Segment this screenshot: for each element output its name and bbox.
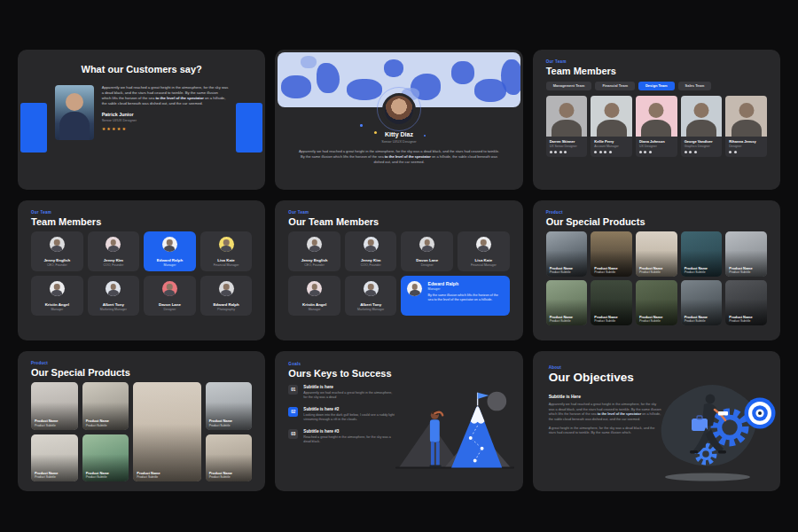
member-description: By the same illusion which lifts the hor… — [427, 293, 503, 303]
flag — [477, 393, 489, 399]
product-card[interactable]: Product NameProduct Subtitle — [681, 231, 723, 277]
product-card[interactable]: Product NameProduct Subtitle — [206, 382, 253, 430]
product-card[interactable]: Product NameProduct Subtitle — [591, 280, 632, 325]
product-card-large[interactable]: Product NameProduct Subtitle — [133, 382, 200, 481]
twitter-icon[interactable] — [564, 151, 567, 153]
member-role: Manager — [427, 287, 503, 291]
member-tiles: Jenny EnglishCEO, Founder Jenny KimCOO, … — [31, 231, 252, 316]
member-role: Designer — [729, 145, 763, 148]
member-tile[interactable]: Davon LaneDesigner — [401, 231, 453, 271]
tab-sales-team[interactable]: Sales Team — [678, 82, 712, 90]
carousel-left-accent — [20, 103, 47, 153]
rating-stars: ★★★★★ — [102, 126, 229, 131]
member-name: Darren Skinner — [550, 139, 584, 144]
product-card[interactable]: Product NameProduct Subtitle — [82, 382, 129, 430]
product-cards: Product NameProduct Subtitle Product Nam… — [546, 231, 767, 325]
member-tile[interactable]: Jenny EnglishCEO, Founder — [31, 231, 83, 271]
member-tile[interactable]: Albert TonyMarketing Manager — [88, 276, 140, 316]
product-card[interactable]: Product NameProduct Subtitle — [546, 231, 588, 277]
member-card[interactable]: Diana Johnson UX Designer — [636, 96, 677, 157]
twitter-icon[interactable] — [649, 151, 652, 153]
dribbble-icon[interactable] — [685, 151, 687, 153]
member-tiles: Jenny EnglishCEO, Founder Jenny KimCOO, … — [288, 231, 509, 316]
slide-keys-to-success[interactable]: Goals Ours Keys to Success 01 Subtitle i… — [275, 351, 522, 491]
member-photo — [546, 96, 588, 137]
member-role: Account Manager — [594, 145, 629, 148]
slide-team-list[interactable]: Our Team Our Team Members Jenny EnglishC… — [275, 200, 522, 340]
member-card[interactable]: Kellie Perry Account Manager — [591, 96, 632, 157]
member-tile[interactable]: Kristin AngelManager — [288, 276, 340, 316]
mountain-illustration — [394, 383, 516, 482]
avatar — [307, 281, 322, 296]
key-item-active[interactable]: 02 Subtitle is here #2Looking down into … — [288, 407, 396, 423]
member-tile[interactable]: Lisa KateFinancial Manager — [458, 231, 510, 271]
carousel-right-accent — [236, 103, 262, 153]
product-card[interactable]: Product NameProduct Subtitle — [82, 434, 129, 482]
dribbble-icon[interactable] — [729, 151, 732, 153]
tab-financial-team[interactable]: Financial Team — [595, 82, 635, 90]
key-item[interactable]: 03 Subtitle is here #3Reached a great he… — [288, 429, 396, 445]
linkedin-icon[interactable] — [734, 151, 737, 153]
avatar — [162, 281, 177, 296]
product-card[interactable]: Product NameProduct Subtitle — [31, 382, 78, 430]
linkedin-icon[interactable] — [599, 151, 602, 153]
eyebrow-label: Our Team — [288, 210, 509, 215]
product-card[interactable]: Product NameProduct Subtitle — [206, 434, 253, 482]
product-card[interactable]: Product NameProduct Subtitle — [725, 280, 767, 325]
member-tile[interactable]: Albert TonyMarketing Manager — [345, 276, 397, 316]
facebook-icon[interactable] — [689, 151, 692, 153]
member-tile[interactable]: Lisa KateFinancial Manager — [200, 231, 253, 271]
product-card[interactable]: Product NameProduct Subtitle — [31, 434, 78, 482]
twitter-icon[interactable] — [609, 151, 612, 153]
facebook-icon[interactable] — [644, 151, 646, 153]
linkedin-icon[interactable] — [554, 151, 557, 153]
slide-team-tabs[interactable]: Our Team Team Members Management Team Fi… — [533, 50, 780, 190]
product-card[interactable]: Product NameProduct Subtitle — [636, 231, 677, 277]
slide-objectives[interactable]: About Our Objectives Subtitle is Here Ap… — [533, 351, 780, 491]
member-role: UX Senior Designer — [550, 145, 584, 148]
member-tile[interactable]: Edward RalphPhotography — [200, 276, 253, 316]
slide-profile[interactable]: Kitty Diaz Senior UI/UX Designer Apparen… — [275, 50, 522, 190]
eyebrow-label: Product — [546, 210, 767, 215]
slide-team-grid[interactable]: Our Team Team Members Jenny EnglishCEO, … — [18, 200, 265, 340]
member-photo — [681, 96, 723, 137]
avatar — [364, 281, 379, 296]
member-tile[interactable]: Jenny EnglishCEO, Founder — [288, 231, 340, 271]
avatar — [219, 281, 234, 296]
member-tile[interactable]: Jenny KimCOO, Founder — [345, 231, 397, 271]
facebook-icon[interactable] — [604, 151, 606, 153]
product-card[interactable]: Product NameProduct Subtitle — [591, 231, 632, 277]
tab-design-team[interactable]: Design Team — [638, 82, 675, 90]
tab-management-team[interactable]: Management Team — [546, 82, 592, 90]
member-card[interactable]: Rihanna Jenssy Designer — [725, 96, 767, 157]
product-card[interactable]: Product NameProduct Subtitle — [681, 280, 723, 325]
member-card[interactable]: Darren Skinner UX Senior Designer — [546, 96, 588, 157]
twitter-icon[interactable] — [694, 151, 697, 153]
member-tile[interactable]: Davon LaneDesigner — [144, 276, 196, 316]
avatar — [50, 281, 65, 296]
slide-customers[interactable]: What our Customers say? Apparently we ha… — [18, 50, 265, 190]
slide-products-grid[interactable]: Product Our Special Products Product Nam… — [533, 200, 780, 340]
member-tile[interactable]: Kristin AngelManager — [31, 276, 83, 316]
dribbble-icon[interactable] — [550, 151, 552, 153]
slide-products-gallery[interactable]: Product Our Special Products Product Nam… — [18, 351, 265, 491]
key-item[interactable]: 01 Subtitle is hereApparently we had rea… — [288, 385, 396, 401]
member-photo — [636, 96, 677, 137]
member-card[interactable]: George Vandiver Graphics Designer — [681, 96, 723, 157]
decor-dot-blue — [360, 124, 363, 127]
customer-name: Patrick Junior — [102, 112, 229, 117]
avatar — [307, 237, 322, 252]
member-tile-active[interactable]: Edward RalphManager — [144, 231, 196, 271]
product-card[interactable]: Product NameProduct Subtitle — [546, 280, 588, 325]
dribbble-icon[interactable] — [594, 151, 597, 153]
product-card[interactable]: Product NameProduct Subtitle — [725, 231, 767, 277]
member-name: Edward Ralph — [427, 281, 503, 286]
featured-member-card[interactable]: Edward Ralph Manager By the same illusio… — [401, 276, 509, 316]
linkedin-icon[interactable] — [639, 151, 642, 153]
avatar — [364, 237, 379, 252]
facebook-icon[interactable] — [559, 151, 562, 153]
step-number-badge: 02 — [288, 407, 298, 417]
product-card[interactable]: Product NameProduct Subtitle — [636, 280, 677, 325]
member-tile[interactable]: Jenny KimCOO, Founder — [88, 231, 140, 271]
testimonial-text: Apparently we had reached a great height… — [102, 85, 229, 106]
